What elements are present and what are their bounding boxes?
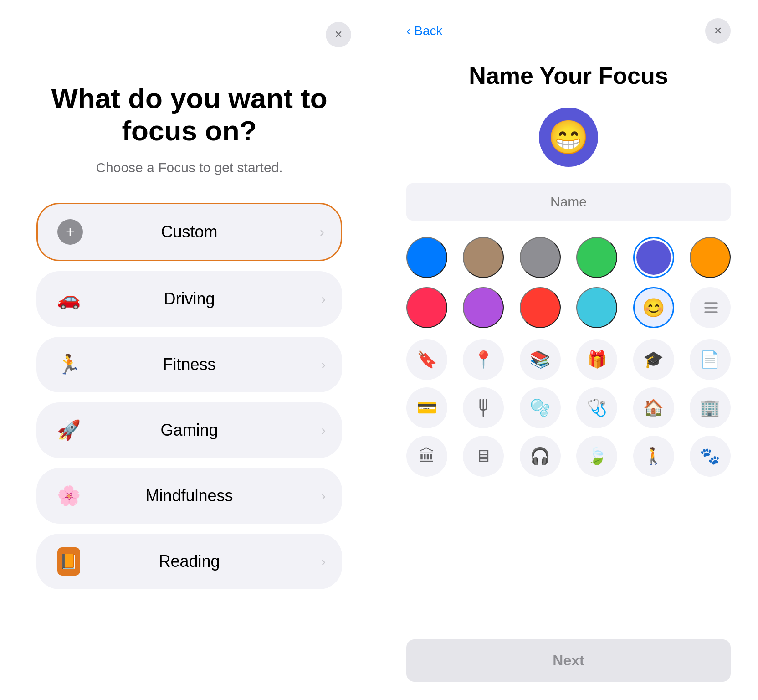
color-swatch-gray[interactable] — [520, 237, 561, 278]
color-swatch-teal[interactable] — [576, 287, 617, 328]
focus-item-mindfulness[interactable]: 🌸 Mindfulness › — [36, 468, 342, 524]
focus-label-mindfulness: Mindfulness — [53, 486, 326, 505]
color-row-1 — [406, 237, 731, 278]
icon-row-1: 🔖 📍 📚 🎁 🎓 📄 — [406, 339, 731, 380]
back-chevron-icon: ‹ — [406, 24, 410, 38]
icon-card[interactable]: 💳 — [406, 387, 447, 428]
list-icon-button[interactable] — [690, 287, 731, 328]
chevron-icon: › — [320, 224, 324, 240]
left-subtitle: Choose a Focus to get started. — [96, 160, 282, 175]
color-swatch-pink[interactable] — [406, 287, 447, 328]
icon-gift[interactable]: 🎁 — [576, 339, 617, 380]
icon-building[interactable]: 🏢 — [690, 387, 731, 428]
icon-museum[interactable]: 🏛 — [406, 436, 447, 477]
focus-label-reading: Reading — [53, 552, 326, 571]
icon-monitor[interactable]: 🖥 — [463, 436, 504, 477]
name-input[interactable] — [419, 194, 718, 210]
color-grid: 😊 — [406, 237, 731, 328]
right-panel: ‹ Back ✕ Name Your Focus 😁 — [379, 0, 758, 700]
color-swatch-violet[interactable] — [463, 287, 504, 328]
color-swatch-green[interactable] — [576, 237, 617, 278]
right-title: Name Your Focus — [469, 62, 668, 89]
chevron-icon: › — [321, 488, 326, 504]
focus-label-gaming: Gaming — [53, 421, 326, 440]
color-swatch-purple[interactable] — [633, 237, 674, 278]
focus-item-custom[interactable]: + Custom › — [36, 203, 342, 261]
icon-paw[interactable]: 🐾 — [690, 436, 731, 477]
color-swatch-red[interactable] — [520, 287, 561, 328]
back-label: Back — [414, 24, 442, 38]
back-button[interactable]: ‹ Back — [406, 24, 443, 38]
focus-label-driving: Driving — [53, 289, 326, 309]
focus-label-fitness: Fitness — [53, 355, 326, 374]
next-label: Next — [553, 652, 584, 669]
focus-avatar[interactable]: 😁 — [539, 108, 598, 167]
chevron-icon: › — [321, 291, 326, 307]
icon-leaf[interactable]: 🍃 — [576, 436, 617, 477]
focus-item-driving[interactable]: 🚗 Driving › — [36, 271, 342, 327]
name-input-container[interactable] — [406, 183, 731, 221]
icon-fork[interactable] — [463, 387, 504, 428]
color-swatch-tan[interactable] — [463, 237, 504, 278]
right-header: ‹ Back ✕ — [406, 18, 731, 44]
left-close-button[interactable]: ✕ — [326, 22, 351, 47]
chevron-icon: › — [321, 357, 326, 372]
left-title: What do you want to focus on? — [36, 82, 342, 147]
icon-graduation[interactable]: 🎓 — [633, 339, 674, 380]
icon-bookmark[interactable]: 🔖 — [406, 339, 447, 380]
icon-row-2: 💳 🫧 🩺 🏠 🏢 — [406, 387, 731, 428]
focus-label-custom: Custom — [54, 222, 324, 242]
icon-person[interactable]: 🚶 — [633, 436, 674, 477]
color-swatch-orange[interactable] — [690, 237, 731, 278]
focus-list: + Custom › 🚗 Driving › 🏃 Fitness › 🚀 Gam… — [36, 203, 342, 589]
icon-headphones[interactable]: 🎧 — [520, 436, 561, 477]
left-panel: ✕ What do you want to focus on? Choose a… — [0, 0, 379, 700]
next-button[interactable]: Next — [406, 639, 731, 682]
icon-row-3: 🏛 🖥 🎧 🍃 🚶 🐾 — [406, 436, 731, 477]
color-row-2: 😊 — [406, 287, 731, 328]
icon-puzzle[interactable]: 🫧 — [520, 387, 561, 428]
focus-item-fitness[interactable]: 🏃 Fitness › — [36, 337, 342, 392]
emoji-picker-button[interactable]: 😊 — [633, 287, 674, 328]
icon-home[interactable]: 🏠 — [633, 387, 674, 428]
avatar-emoji: 😁 — [548, 118, 589, 157]
icon-health[interactable]: 🩺 — [576, 387, 617, 428]
icon-grid: 🔖 📍 📚 🎁 🎓 📄 💳 🫧 🩺 🏠 🏢 🏛 — [406, 339, 731, 477]
chevron-icon: › — [321, 554, 326, 569]
focus-item-reading[interactable]: 📙 Reading › — [36, 534, 342, 589]
right-close-button[interactable]: ✕ — [705, 18, 731, 44]
focus-item-gaming[interactable]: 🚀 Gaming › — [36, 402, 342, 458]
icon-books[interactable]: 📚 — [520, 339, 561, 380]
chevron-icon: › — [321, 422, 326, 438]
icon-document[interactable]: 📄 — [690, 339, 731, 380]
icon-pin[interactable]: 📍 — [463, 339, 504, 380]
color-swatch-blue[interactable] — [406, 237, 447, 278]
